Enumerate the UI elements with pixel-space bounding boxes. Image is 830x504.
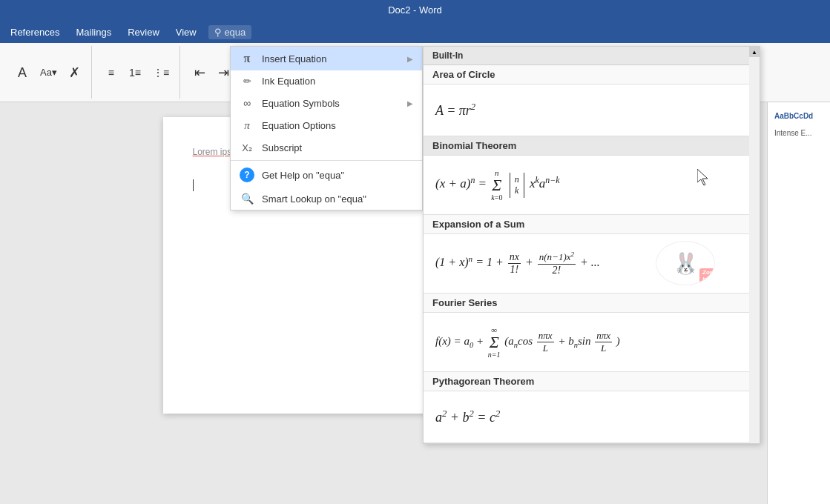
numbering-icon: 1≡ bbox=[129, 67, 141, 78]
section-pythagorean: Pythagorean Theorem bbox=[424, 372, 760, 391]
title-bar: Doc2 - Word bbox=[0, 0, 830, 21]
ribbon-list-group: ≡ 1≡ ⋮≡ bbox=[95, 46, 180, 99]
dropdown-equation-symbols[interactable]: ∞ Equation Symbols ▶ bbox=[231, 92, 422, 114]
section-binomial: Binomial Theorem bbox=[424, 136, 760, 156]
watermark: 🐰 Zombara bbox=[656, 241, 715, 285]
equation-expansion[interactable]: (1 + x)n = 1 + nx 1! + n(n−1)x2 2! + ...… bbox=[424, 234, 760, 294]
equation-pythagorean[interactable]: a2 + b2 = c2 bbox=[424, 391, 760, 443]
flyout-menu: ▲ Built-In Area of Circle A = πr2 Binomi… bbox=[423, 46, 760, 444]
ribbon-clear-formatting[interactable]: ✗ bbox=[65, 63, 85, 82]
font-size-icon: A bbox=[18, 66, 27, 79]
dropdown-smart-lookup[interactable]: 🔍 Smart Lookup on "equa" bbox=[231, 188, 422, 210]
search-text: equa bbox=[224, 27, 246, 38]
equation-options-icon: π bbox=[240, 119, 254, 132]
styles-panel: AaBbCcDd Intense E... bbox=[767, 102, 830, 504]
scroll-up-arrow[interactable]: ▲ bbox=[749, 47, 760, 57]
get-help-icon: ? bbox=[240, 168, 254, 182]
style-intense-e[interactable]: Intense E... bbox=[771, 125, 827, 141]
equation-options-label: Equation Options bbox=[262, 120, 413, 131]
insert-equation-label: Insert Equation bbox=[262, 53, 400, 64]
section-fourier: Fourier Series bbox=[424, 294, 760, 313]
dropdown-get-help[interactable]: ? Get Help on "equa" bbox=[231, 162, 422, 188]
ribbon-font-size-a[interactable]: A bbox=[12, 63, 33, 82]
get-help-label: Get Help on "equa" bbox=[262, 170, 413, 181]
scroll-track bbox=[749, 57, 760, 443]
section-expansion: Expansion of a Sum bbox=[424, 215, 760, 234]
insert-equation-arrow: ▶ bbox=[407, 55, 413, 63]
ribbon-multilevel[interactable]: ⋮≡ bbox=[148, 64, 174, 81]
dropdown-ink-equation[interactable]: ✏ Ink Equation bbox=[231, 70, 422, 92]
dropdown-subscript[interactable]: X₂ Subscript bbox=[231, 137, 422, 159]
equation-binomial-text: (x + a)n = n Σ k=0 n k xkan−k bbox=[435, 168, 560, 202]
clear-format-icon: ✗ bbox=[69, 66, 80, 79]
equation-symbols-icon: ∞ bbox=[240, 97, 254, 109]
dropdown-menu: π Insert Equation ▶ ✏ Ink Equation ∞ Equ… bbox=[230, 46, 423, 210]
smart-lookup-icon: 🔍 bbox=[240, 193, 254, 205]
multilevel-icon: ⋮≡ bbox=[153, 67, 169, 78]
font-aa-icon: Aa▾ bbox=[40, 67, 57, 77]
flyout-header: Built-In bbox=[424, 47, 760, 65]
smart-lookup-label: Smart Lookup on "equa" bbox=[262, 193, 413, 205]
text-cursor bbox=[193, 179, 194, 191]
equation-fourier-text: f(x) = a0 + ∞ Σ n=1 (ancos nπx L + bnsin… bbox=[435, 325, 620, 359]
increase-indent-icon: ⇥ bbox=[218, 66, 229, 79]
menu-bar: References Mailings Review View ⚲ equa bbox=[0, 21, 830, 43]
equation-expansion-text: (1 + x)n = 1 + nx 1! + n(n−1)x2 2! + ... bbox=[435, 251, 600, 276]
style-aabbccd[interactable]: AaBbCcDd bbox=[771, 108, 827, 124]
menu-mailings[interactable]: Mailings bbox=[68, 24, 119, 41]
equation-symbols-arrow: ▶ bbox=[407, 99, 413, 107]
menu-view[interactable]: View bbox=[168, 24, 204, 41]
equation-binomial[interactable]: (x + a)n = n Σ k=0 n k xkan−k bbox=[424, 156, 760, 215]
equation-symbols-label: Equation Symbols bbox=[262, 98, 400, 109]
bullets-icon: ≡ bbox=[108, 67, 114, 78]
section-area-of-circle: Area of Circle bbox=[424, 65, 760, 84]
equation-area-of-circle[interactable]: A = πr2 bbox=[424, 84, 760, 136]
ribbon-font-group: A Aa▾ ✗ bbox=[6, 46, 92, 99]
ink-equation-icon: ✏ bbox=[240, 76, 254, 87]
menu-references[interactable]: References bbox=[3, 24, 67, 41]
search-icon: ⚲ bbox=[214, 27, 222, 38]
subscript-label: Subscript bbox=[262, 142, 413, 153]
decrease-indent-icon: ⇤ bbox=[194, 66, 205, 79]
ribbon-numbering[interactable]: 1≡ bbox=[125, 64, 145, 81]
equation-pythagorean-text: a2 + b2 = c2 bbox=[435, 408, 500, 425]
flyout-scrollbar: ▲ bbox=[749, 47, 760, 443]
ink-equation-label: Ink Equation bbox=[262, 76, 413, 87]
ribbon-font-aa[interactable]: Aa▾ bbox=[36, 64, 62, 80]
ribbon-bullets[interactable]: ≡ bbox=[101, 64, 122, 81]
dropdown-insert-equation[interactable]: π Insert Equation ▶ bbox=[231, 47, 422, 70]
dropdown-equation-options[interactable]: π Equation Options bbox=[231, 114, 422, 137]
menu-review[interactable]: Review bbox=[120, 24, 167, 41]
dropdown-divider bbox=[231, 160, 422, 161]
ribbon-decrease-indent[interactable]: ⇤ bbox=[189, 63, 210, 82]
menu-search-box[interactable]: ⚲ equa bbox=[208, 25, 252, 39]
subscript-icon: X₂ bbox=[240, 142, 254, 153]
equation-area-text: A = πr2 bbox=[435, 102, 475, 119]
flyout-header-text: Built-In bbox=[432, 50, 463, 61]
insert-equation-icon: π bbox=[240, 52, 254, 65]
equation-fourier[interactable]: f(x) = a0 + ∞ Σ n=1 (ancos nπx L + bnsin… bbox=[424, 313, 760, 372]
title-text: Doc2 - Word bbox=[388, 3, 442, 18]
